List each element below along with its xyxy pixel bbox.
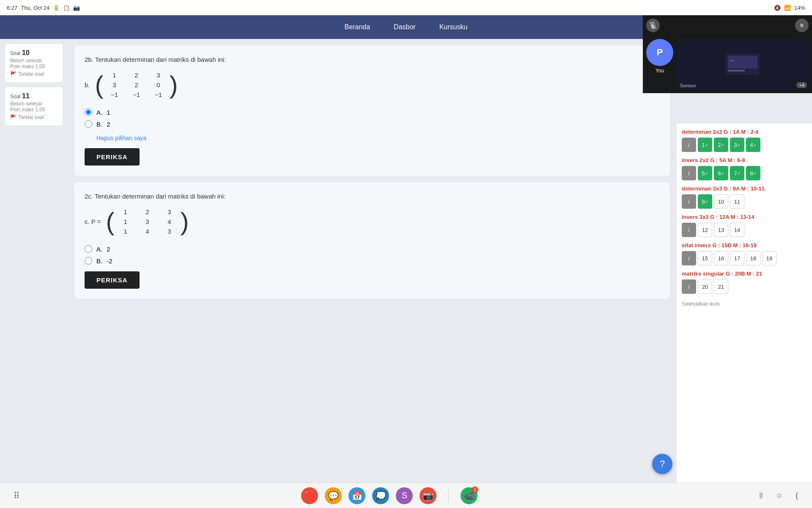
close-video-btn[interactable]: ✕ — [795, 19, 809, 32]
app-gmeet[interactable]: 📹 1 — [461, 487, 477, 504]
num-btn-7[interactable]: 7✓ — [730, 166, 744, 180]
option-10-a[interactable]: A. 1 — [85, 108, 660, 116]
participant-you: P You — [646, 39, 673, 90]
num-btn-19[interactable]: 19 — [762, 251, 776, 265]
soal11-tandai[interactable]: 🚩 Tandai soal — [10, 114, 58, 120]
num-btn-1[interactable]: 1✓ — [698, 138, 712, 152]
video-participants: P You Mini Sunsun +4 — [643, 36, 812, 93]
num-btn-6[interactable]: 6✓ — [714, 166, 728, 180]
section-matriks-singular: matriks singular G : 20B M : 21 i 20 21 — [682, 271, 807, 294]
video-top-bar: ✕ — [643, 15, 812, 36]
wifi-icon: 📶 — [784, 5, 791, 11]
option-11-b-label: B. — [96, 257, 102, 265]
radio-10-a[interactable] — [85, 108, 92, 116]
soal11-label: Soal — [10, 94, 20, 99]
radio-11-b[interactable] — [85, 257, 92, 265]
selesaikan-kuis[interactable]: Selesaikan kuis — [682, 301, 807, 307]
num-btn-i-6[interactable]: i — [682, 279, 696, 294]
num-btn-16[interactable]: 16 — [714, 251, 728, 265]
soal11-number: 11 — [22, 92, 30, 100]
participant-screen: Mini Sunsun +4 — [677, 39, 809, 90]
question-10-matrix: b. ( 1 2 3 3 2 0 −1 −1 −1 ) — [85, 70, 660, 100]
app-camera[interactable]: 📷 — [420, 487, 436, 504]
nav-beranda[interactable]: Beranda — [341, 22, 374, 33]
section-invers2x2: invers 2x2 G : 5A M : 6-8 i 5✓ 6✓ 7✓ 8✓ — [682, 157, 807, 180]
option-11-b-value: -2 — [107, 257, 112, 265]
num-btn-18[interactable]: 18 — [746, 251, 760, 265]
battery-icon: 🔋 — [53, 5, 60, 11]
num-btn-15[interactable]: 15 — [698, 251, 712, 265]
grid-icon[interactable]: ⠿ — [14, 491, 20, 501]
num-btn-4[interactable]: 4✓ — [746, 138, 760, 152]
num-btn-12[interactable]: 12 — [698, 223, 712, 237]
question-10-title: 2b. Tentukan determinan dari matriks di … — [85, 56, 660, 63]
question-11-card: 2c. Tentukan determinan dari matriks di … — [74, 182, 670, 299]
radio-11-a[interactable] — [85, 245, 92, 253]
open-bracket-11: ( — [106, 209, 115, 235]
num-btn-8[interactable]: 8✓ — [746, 166, 760, 180]
nav-home[interactable]: ○ — [776, 491, 782, 500]
app-flic[interactable]: 🟥 — [301, 487, 318, 504]
option-11-b[interactable]: B. -2 — [85, 257, 660, 265]
question-10-card: 2b. Tentukan determinan dari matriks di … — [74, 46, 670, 176]
num-btn-10[interactable]: 10 — [714, 194, 728, 209]
num-btn-i-3[interactable]: i — [682, 194, 696, 209]
periksa-btn-11[interactable]: PERIKSA — [85, 271, 140, 289]
num-btn-20[interactable]: 20 — [698, 279, 712, 294]
matrix-prefix-11: c. P = — [85, 218, 101, 225]
options-11: A. 2 B. -2 — [85, 245, 660, 265]
num-btn-17[interactable]: 17 — [730, 251, 744, 265]
radio-10-b[interactable] — [85, 120, 92, 128]
num-btn-i-4[interactable]: i — [682, 223, 696, 237]
num-btn-2[interactable]: 2✓ — [714, 138, 728, 152]
num-btn-14[interactable]: 14 — [730, 223, 744, 237]
app-messages[interactable]: 💬 — [325, 487, 342, 504]
nav-recents[interactable]: ⫴ — [759, 491, 763, 500]
option-10-b-label: B. — [96, 121, 102, 128]
camera-icon: 📷 — [73, 5, 80, 11]
section-invers2x2-title: invers 2x2 G : 5A M : 6-8 — [682, 157, 807, 163]
nav-dasbor[interactable]: Dasbor — [390, 22, 419, 33]
app-slack[interactable]: S — [396, 487, 413, 504]
periksa-btn-10[interactable]: PERIKSA — [85, 148, 140, 166]
sidebar: Soal 10 Belum selesai Poin maks 1,00 🚩 T… — [0, 39, 68, 483]
section-sifat-invers: sifat invers G : 15B M : 16-19 i 15 16 1… — [682, 242, 807, 265]
participant-you-label: You — [656, 68, 664, 74]
app-chat[interactable]: 💭 — [372, 487, 389, 504]
svg-rect-4 — [728, 56, 757, 69]
question-11-title: 2c. Tentukan determinan dari matriks di … — [85, 193, 660, 200]
date: Thu, Oct 24 — [21, 5, 49, 11]
nav-kursusku[interactable]: Kursusku — [436, 22, 471, 33]
num-btn-13[interactable]: 13 — [714, 223, 728, 237]
option-10-a-value: 1 — [107, 109, 110, 116]
flag-icon-11: 🚩 — [10, 114, 16, 120]
bottom-apps: 🟥 💬 📅 💭 S 📷 📹 1 — [301, 487, 477, 504]
option-11-a-value: 2 — [107, 246, 110, 253]
section-det3x3: determinan 3x3 G : 9A M : 10-11 i 9✓ 10 … — [682, 185, 807, 209]
num-btn-5[interactable]: 5✓ — [698, 166, 712, 180]
num-btn-i-5[interactable]: i — [682, 251, 696, 265]
close-bracket-10: ) — [170, 72, 178, 98]
matrix-grid-11: 1 2 3 1 3 4 1 4 3 — [116, 207, 178, 237]
mute-btn[interactable] — [646, 19, 660, 32]
num-btn-i-2[interactable]: i — [682, 166, 696, 180]
num-btn-9[interactable]: 9✓ — [698, 194, 712, 209]
mute-icon: 🔇 — [774, 5, 781, 11]
section-matriks-singular-title: matriks singular G : 20B M : 21 — [682, 271, 807, 277]
num-btn-21[interactable]: 21 — [714, 279, 728, 294]
option-10-b[interactable]: B. 2 — [85, 120, 660, 128]
num-btn-3[interactable]: 3✓ — [730, 138, 744, 152]
app-calendar[interactable]: 📅 — [348, 487, 365, 504]
option-11-a-label: A. — [96, 246, 102, 253]
option-11-a[interactable]: A. 2 — [85, 245, 660, 253]
soal10-tandai[interactable]: 🚩 Tandai soal — [10, 71, 58, 77]
section-invers3x3-nums: i 12 13 14 — [682, 223, 807, 237]
nav-back[interactable]: ⟨ — [795, 491, 798, 501]
hapus-pilihan-10[interactable]: Hapus pilihan saya — [96, 135, 660, 141]
sidebar-soal-10: Soal 10 Belum selesai Poin maks 1,00 🚩 T… — [5, 44, 63, 82]
num-btn-i-1[interactable]: i — [682, 138, 696, 152]
soal11-status: Belum selesai — [10, 101, 58, 107]
section-invers3x3-title: invers 3x3 G : 12A M : 13-14 — [682, 214, 807, 220]
help-fab[interactable]: ? — [652, 454, 672, 474]
num-btn-11[interactable]: 11 — [730, 194, 744, 209]
